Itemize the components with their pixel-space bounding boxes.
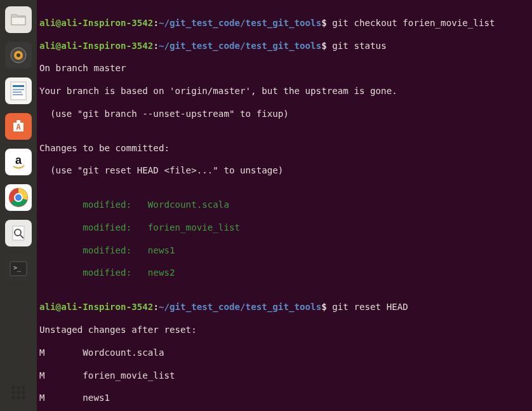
prompt-path: ~/git_test_code/test_git_tools bbox=[159, 18, 321, 28]
svg-point-25 bbox=[17, 391, 20, 394]
prompt-dollar: $ bbox=[321, 302, 332, 312]
staged-file: modified: news2 bbox=[39, 267, 532, 279]
terminal-line: ali@ali-Inspiron-3542:~/git_test_code/te… bbox=[39, 302, 532, 313]
staged-file: modified: Wordcount.scala bbox=[39, 199, 532, 211]
svg-rect-4 bbox=[11, 82, 26, 100]
cmd-text: git checkout forien_movie_list bbox=[332, 18, 495, 28]
svg-point-24 bbox=[12, 391, 15, 394]
svg-point-29 bbox=[22, 396, 25, 400]
svg-rect-5 bbox=[13, 85, 24, 87]
prompt-path: ~/git_test_code/test_git_tools bbox=[159, 302, 321, 312]
cmd-text: git status bbox=[332, 41, 386, 51]
terminal-icon[interactable]: >_ bbox=[5, 255, 32, 282]
amazon-icon[interactable]: a bbox=[5, 149, 32, 175]
svg-point-22 bbox=[17, 386, 20, 389]
prompt-user: ali@ali-Inspiron-3542 bbox=[39, 18, 153, 28]
prompt-user: ali@ali-Inspiron-3542 bbox=[39, 302, 153, 312]
svg-point-28 bbox=[17, 396, 20, 400]
prompt-dollar: $ bbox=[321, 41, 332, 51]
terminal-line: (use "git reset HEAD <file>..." to unsta… bbox=[39, 165, 532, 177]
show-applications-icon[interactable] bbox=[5, 382, 32, 403]
staged-file: modified: news1 bbox=[39, 245, 532, 257]
prompt-colon: : bbox=[153, 41, 159, 51]
svg-point-26 bbox=[22, 391, 25, 394]
svg-text:A: A bbox=[16, 123, 21, 131]
prompt-user: ali@ali-Inspiron-3542 bbox=[39, 41, 153, 51]
svg-rect-6 bbox=[13, 89, 24, 90]
terminal-line: ali@ali-Inspiron-3542:~/git_test_code/te… bbox=[39, 18, 532, 29]
chrome-icon[interactable] bbox=[5, 184, 32, 211]
terminal-line: M forien_movie_list bbox=[39, 370, 532, 382]
launcher-dock: A a >_ bbox=[0, 0, 37, 411]
prompt-path: ~/git_test_code/test_git_tools bbox=[159, 41, 321, 51]
terminal-line: On branch master bbox=[39, 63, 532, 74]
svg-rect-7 bbox=[13, 91, 22, 93]
document-viewer-icon[interactable] bbox=[5, 220, 32, 246]
files-icon[interactable] bbox=[5, 6, 32, 33]
staged-file: modified: forien_movie_list bbox=[39, 222, 532, 234]
terminal-line: M news1 bbox=[39, 393, 532, 404]
svg-point-27 bbox=[12, 396, 15, 400]
svg-rect-0 bbox=[11, 17, 25, 25]
svg-point-3 bbox=[17, 53, 20, 57]
cmd-text: git reset HEAD bbox=[332, 302, 408, 312]
terminal-line: Your branch is based on 'origin/master',… bbox=[39, 86, 532, 97]
libreoffice-writer-icon[interactable] bbox=[5, 77, 32, 104]
terminal-line: ali@ali-Inspiron-3542:~/git_test_code/te… bbox=[39, 41, 532, 52]
prompt-colon: : bbox=[153, 18, 159, 28]
svg-rect-8 bbox=[13, 94, 23, 95]
svg-point-23 bbox=[22, 386, 25, 389]
terminal-line: (use "git branch --unset-upstream" to fi… bbox=[39, 109, 532, 120]
svg-point-15 bbox=[15, 194, 22, 201]
prompt-dollar: $ bbox=[321, 18, 332, 28]
terminal-line: Unstaged changes after reset: bbox=[39, 325, 532, 336]
rhythmbox-icon[interactable] bbox=[5, 42, 32, 69]
prompt-colon: : bbox=[153, 302, 159, 312]
terminal-line: Changes to be committed: bbox=[39, 143, 532, 154]
svg-text:a: a bbox=[15, 154, 22, 166]
ubuntu-software-icon[interactable]: A bbox=[5, 113, 32, 140]
terminal-window[interactable]: ali@ali-Inspiron-3542:~/git_test_code/te… bbox=[37, 0, 532, 411]
svg-point-21 bbox=[12, 386, 15, 389]
svg-text:>_: >_ bbox=[13, 264, 22, 272]
terminal-line: M Wordcount.scala bbox=[39, 347, 532, 359]
